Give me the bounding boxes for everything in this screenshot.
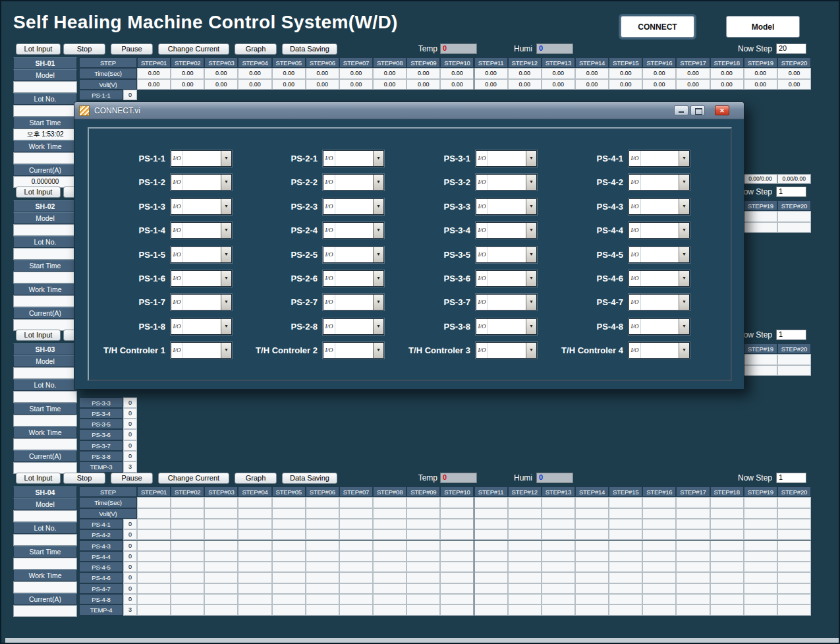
grid-cell bbox=[676, 594, 710, 604]
model-button[interactable]: Model bbox=[726, 16, 800, 38]
close-button[interactable]: ✕ bbox=[715, 105, 729, 115]
io-combo-ps-1-8[interactable]: I/O▼ bbox=[171, 318, 232, 335]
io-label: PS-1-8 bbox=[73, 321, 165, 332]
io-combo-ps-2-8[interactable]: I/O▼ bbox=[323, 318, 384, 335]
io-combo-ps-4-1[interactable]: I/O▼ bbox=[629, 150, 690, 167]
io-combo-ps-2-7[interactable]: I/O▼ bbox=[323, 294, 384, 310]
step-header: STEP#20 bbox=[777, 343, 811, 354]
button-pause[interactable]: Pause bbox=[111, 44, 153, 55]
combo-dropdown-arrow[interactable]: ▼ bbox=[679, 271, 689, 286]
io-combo-ps-3-7[interactable]: I/O▼ bbox=[476, 294, 537, 310]
grid-cell bbox=[575, 604, 609, 615]
volt-cell: 0.00 bbox=[710, 79, 744, 90]
io-label: PS-1-6 bbox=[73, 273, 165, 284]
grid-cell bbox=[406, 604, 440, 615]
ps-row-label: PS-4-5 bbox=[79, 562, 123, 572]
button-data-saving[interactable]: Data Saving bbox=[282, 44, 337, 55]
button-lot-input[interactable]: Lot Input bbox=[16, 44, 61, 55]
combo-dropdown-arrow[interactable]: ▼ bbox=[679, 295, 689, 310]
grid-cell bbox=[508, 594, 542, 604]
minimize-button[interactable] bbox=[674, 105, 688, 115]
connect-button[interactable]: CONNECT bbox=[621, 16, 694, 38]
combo-value bbox=[641, 295, 679, 310]
io-combo-ps-3-3[interactable]: I/O▼ bbox=[476, 198, 537, 215]
grid-cell bbox=[609, 604, 642, 615]
grid-cell bbox=[508, 529, 542, 540]
io-combo-ps-4-8[interactable]: I/O▼ bbox=[629, 318, 690, 335]
io-combo-t-h-controler-4[interactable]: I/O▼ bbox=[629, 342, 690, 359]
step-header: STEP#19 bbox=[744, 57, 777, 68]
io-combo-ps-3-4[interactable]: I/O▼ bbox=[476, 222, 537, 239]
button-change-current[interactable]: Change Current bbox=[158, 473, 229, 484]
grid-cell bbox=[542, 604, 575, 615]
dialog-titlebar[interactable]: CONNECT.vi ✕ bbox=[74, 102, 744, 119]
io-combo-t-h-controler-2[interactable]: I/O▼ bbox=[323, 342, 384, 359]
io-combo-ps-3-8[interactable]: I/O▼ bbox=[476, 318, 537, 335]
io-combo-ps-4-3[interactable]: I/O▼ bbox=[629, 198, 690, 215]
sidebar-value bbox=[13, 510, 77, 522]
combo-dropdown-arrow[interactable]: ▼ bbox=[679, 319, 689, 334]
volt-cell: 0.00 bbox=[373, 79, 406, 90]
combo-dropdown-arrow[interactable]: ▼ bbox=[679, 175, 689, 190]
button-data-saving[interactable]: Data Saving bbox=[282, 473, 337, 484]
combo-value bbox=[335, 271, 373, 286]
step-header: STEP#04 bbox=[238, 486, 271, 497]
io-glyph: I/O bbox=[629, 247, 641, 262]
io-combo-ps-2-2[interactable]: I/O▼ bbox=[323, 174, 384, 190]
grid-cell bbox=[710, 529, 744, 540]
io-combo-ps-4-2[interactable]: I/O▼ bbox=[629, 174, 690, 190]
volt-cell bbox=[137, 508, 171, 519]
io-combo-ps-3-6[interactable]: I/O▼ bbox=[476, 270, 537, 287]
volt-cell bbox=[710, 508, 744, 519]
button-graph[interactable]: Graph bbox=[235, 44, 277, 55]
combo-value bbox=[183, 247, 221, 262]
io-combo-ps-4-4[interactable]: I/O▼ bbox=[629, 222, 690, 239]
io-combo-ps-2-5[interactable]: I/O▼ bbox=[323, 247, 384, 263]
io-combo-t-h-controler-3[interactable]: I/O▼ bbox=[476, 342, 537, 359]
io-combo-ps-1-7[interactable]: I/O▼ bbox=[171, 294, 232, 310]
button-lot-input[interactable]: Lot Input bbox=[16, 473, 61, 484]
combo-dropdown-arrow[interactable]: ▼ bbox=[679, 223, 689, 238]
maximize-button[interactable] bbox=[690, 105, 705, 115]
button-stop[interactable]: Stop bbox=[63, 473, 105, 484]
io-combo-ps-1-1[interactable]: I/O▼ bbox=[171, 150, 232, 167]
io-combo-ps-2-4[interactable]: I/O▼ bbox=[323, 222, 384, 239]
grid-cell bbox=[171, 572, 204, 583]
button-lot-input[interactable]: Lot Input bbox=[16, 330, 61, 341]
ps-row-label: PS-3-4 bbox=[79, 408, 123, 419]
button-graph[interactable]: Graph bbox=[235, 473, 277, 484]
step-header: STEP#10 bbox=[440, 486, 474, 497]
io-combo-ps-1-5[interactable]: I/O▼ bbox=[171, 247, 232, 263]
io-combo-ps-1-2[interactable]: I/O▼ bbox=[171, 174, 232, 190]
io-combo-ps-2-6[interactable]: I/O▼ bbox=[323, 270, 384, 287]
io-combo-ps-3-1[interactable]: I/O▼ bbox=[476, 150, 537, 167]
io-combo-ps-2-1[interactable]: I/O▼ bbox=[323, 150, 384, 167]
connect-dialog: CONNECT.vi ✕ PS-1-1I/O▼PS-1-2I/O▼PS-1-3I… bbox=[74, 102, 744, 390]
volt-cell: 0.00 bbox=[542, 79, 575, 90]
button-lot-input[interactable]: Lot Input bbox=[16, 187, 61, 198]
sidebar-value bbox=[13, 248, 77, 260]
io-combo-ps-3-2[interactable]: I/O▼ bbox=[476, 174, 537, 190]
ps-row-value: 0 bbox=[123, 397, 137, 408]
combo-dropdown-arrow[interactable]: ▼ bbox=[679, 199, 689, 214]
io-combo-ps-2-3[interactable]: I/O▼ bbox=[323, 198, 384, 215]
combo-dropdown-arrow[interactable]: ▼ bbox=[679, 247, 689, 262]
button-pause[interactable]: Pause bbox=[111, 473, 153, 484]
io-label: PS-1-3 bbox=[73, 201, 165, 212]
button-stop[interactable]: Stop bbox=[63, 44, 105, 55]
io-combo-ps-4-6[interactable]: I/O▼ bbox=[629, 270, 690, 287]
ps-row-label: PS-4-8 bbox=[79, 594, 123, 604]
io-combo-t-h-controler-1[interactable]: I/O▼ bbox=[171, 342, 232, 359]
io-glyph: I/O bbox=[476, 199, 488, 214]
io-combo-ps-1-6[interactable]: I/O▼ bbox=[171, 270, 232, 287]
io-combo-ps-4-5[interactable]: I/O▼ bbox=[629, 247, 690, 263]
io-combo-ps-4-7[interactable]: I/O▼ bbox=[629, 294, 690, 310]
button-change-current[interactable]: Change Current bbox=[158, 44, 229, 55]
io-combo-ps-1-3[interactable]: I/O▼ bbox=[171, 198, 232, 215]
volt-cell bbox=[406, 508, 440, 519]
grid-cell bbox=[306, 529, 339, 540]
combo-dropdown-arrow[interactable]: ▼ bbox=[679, 343, 689, 358]
io-combo-ps-3-5[interactable]: I/O▼ bbox=[476, 247, 537, 263]
io-combo-ps-1-4[interactable]: I/O▼ bbox=[171, 222, 232, 239]
combo-dropdown-arrow[interactable]: ▼ bbox=[679, 151, 689, 166]
